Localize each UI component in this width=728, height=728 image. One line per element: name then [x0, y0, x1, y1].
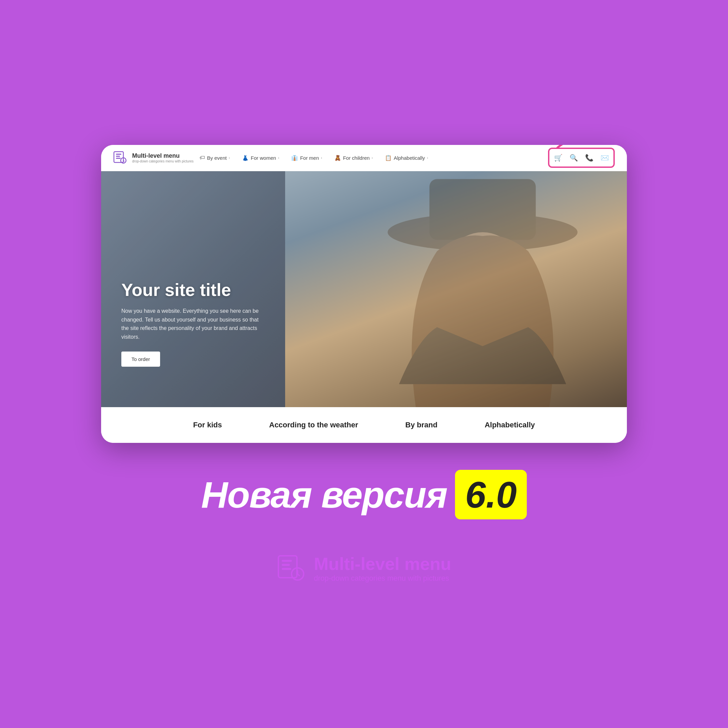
bottom-logo-row: Multi-level menu drop-down categories me…	[277, 553, 451, 583]
hero-description: Now you have a website. Everything you s…	[121, 307, 263, 341]
logo-icon	[113, 150, 128, 165]
footer-link-for-kids[interactable]: For kids	[193, 421, 222, 430]
mail-button[interactable]: ✉️	[597, 150, 612, 165]
nav-item-for-women-label: For women	[251, 155, 276, 161]
nav-item-for-men-label: For men	[300, 155, 319, 161]
nav-item-for-children-label: For children	[343, 155, 370, 161]
hero-section: Your site title Now you have a website. …	[101, 171, 627, 407]
logo-subtitle: drop-down categories menu with pictures	[132, 159, 193, 163]
version-label: Новая версия	[201, 473, 447, 516]
hero-image	[285, 171, 627, 407]
svg-rect-7	[430, 179, 535, 240]
bottom-logo-subtitle: drop-down categories menu with pictures	[314, 574, 451, 583]
logo-area: Multi-level menu drop-down categories me…	[113, 150, 193, 165]
version-section: Новая версия 6.0	[201, 470, 527, 519]
svg-rect-12	[282, 568, 291, 570]
nav-item-for-men[interactable]: 👔 For men ›	[285, 145, 328, 171]
by-event-icon: 🏷	[200, 155, 205, 161]
footer-links: For kids According to the weather By bra…	[101, 407, 627, 443]
for-men-chevron: ›	[321, 156, 322, 160]
nav-item-alphabetically[interactable]: 📋 Alphabetically ›	[379, 145, 434, 171]
footer-link-by-brand[interactable]: By brand	[405, 421, 437, 430]
logo-title: Multi-level menu	[132, 152, 193, 159]
hero-title: Your site title	[121, 280, 263, 300]
for-men-icon: 👔	[291, 155, 298, 161]
alphabetically-chevron: ›	[427, 156, 428, 160]
bottom-logo-icon	[277, 553, 307, 583]
by-event-chevron: ›	[229, 156, 230, 160]
nav-item-alphabetically-label: Alphabetically	[394, 155, 425, 161]
version-number: 6.0	[465, 473, 517, 516]
phone-button[interactable]: 📞	[582, 150, 596, 165]
hero-cta-button[interactable]: To order	[121, 352, 160, 367]
footer-link-alpha[interactable]: Alphabetically	[485, 421, 535, 430]
svg-rect-3	[116, 158, 121, 159]
page-container: Multi-level menu drop-down categories me…	[0, 145, 728, 583]
for-children-chevron: ›	[372, 156, 373, 160]
svg-rect-1	[116, 154, 121, 155]
nav-item-by-event[interactable]: 🏷 By event ›	[193, 145, 236, 171]
svg-rect-2	[116, 156, 120, 157]
svg-rect-10	[282, 560, 292, 562]
bottom-logo-text-block: Multi-level menu drop-down categories me…	[314, 554, 451, 583]
bottom-logo-title: Multi-level menu	[314, 554, 451, 574]
version-badge: 6.0	[455, 470, 527, 519]
navbar: Multi-level menu drop-down categories me…	[101, 145, 627, 171]
svg-rect-0	[114, 151, 123, 162]
nav-item-for-women[interactable]: 👗 For women ›	[236, 145, 285, 171]
svg-rect-11	[282, 564, 290, 566]
pink-arrow-annotation	[554, 145, 595, 151]
for-children-icon: 🧸	[334, 155, 341, 161]
browser-card: Multi-level menu drop-down categories me…	[101, 145, 627, 443]
svg-rect-9	[278, 556, 297, 578]
logo-text-block: Multi-level menu drop-down categories me…	[132, 152, 193, 163]
hero-content: Your site title Now you have a website. …	[121, 280, 263, 366]
search-button[interactable]: 🔍	[566, 150, 581, 165]
nav-item-by-event-label: By event	[207, 155, 226, 161]
footer-link-weather[interactable]: According to the weather	[269, 421, 358, 430]
for-women-icon: 👗	[242, 155, 249, 161]
nav-items: 🏷 By event › 👗 For women › 👔 For men › 🧸…	[193, 145, 548, 171]
bottom-logo: Multi-level menu drop-down categories me…	[277, 553, 451, 583]
cart-button[interactable]: 🛒	[551, 150, 566, 165]
nav-item-for-children[interactable]: 🧸 For children ›	[328, 145, 379, 171]
actions-wrapper: 🛒 🔍 📞 ✉️	[548, 148, 615, 168]
alphabetically-icon: 📋	[385, 155, 392, 161]
for-women-chevron: ›	[278, 156, 279, 160]
